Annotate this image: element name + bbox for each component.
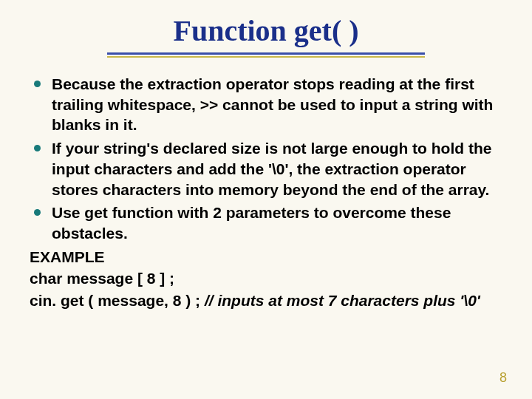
title-underline (107, 52, 425, 58)
example-label: EXAMPLE (30, 247, 502, 267)
code-line-2: cin. get ( message, 8 ) ; // inputs at m… (30, 290, 502, 311)
title-wrap: Function get( ) (30, 13, 502, 48)
page-number: 8 (499, 370, 507, 386)
bullet-item: Because the extraction operator stops re… (30, 74, 502, 135)
bullet-dot-icon (34, 209, 41, 216)
bullet-item: If your string's declared size is not la… (30, 138, 502, 200)
bullet-text: If your string's declared size is not la… (52, 140, 491, 197)
bullet-dot-icon (34, 145, 41, 151)
slide-title: Function get( ) (173, 13, 358, 48)
bullet-item: Use get function with 2 parameters to ov… (30, 202, 502, 243)
bullet-text: Use get function with 2 parameters to ov… (52, 204, 451, 242)
code-line-1: char message [ 8 ] ; (30, 268, 502, 289)
bullet-text: Because the extraction operator stops re… (52, 75, 493, 133)
content-area: Because the extraction operator stops re… (30, 74, 502, 311)
code-text: cin. get ( message, 8 ) ; (30, 292, 205, 309)
bullet-list: Because the extraction operator stops re… (30, 74, 502, 244)
code-comment: // inputs at most 7 characters plus '\0' (205, 292, 480, 309)
rule-bottom (107, 56, 425, 58)
slide: Function get( ) Because the extraction o… (0, 0, 532, 399)
rule-top (107, 52, 425, 55)
bullet-dot-icon (34, 81, 41, 87)
